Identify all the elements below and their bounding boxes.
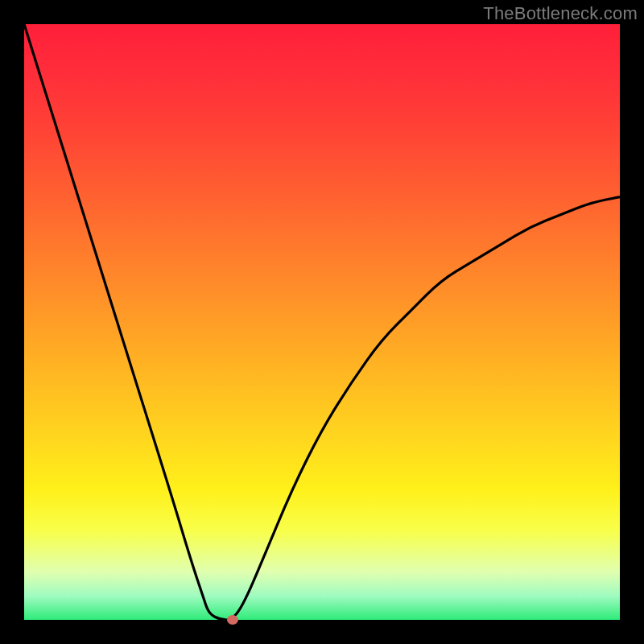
watermark-text: TheBottleneck.com [483,3,638,24]
chart-frame: TheBottleneck.com [0,0,644,644]
curve-line [24,24,620,620]
plot-area [24,24,620,620]
minimum-marker [227,615,238,625]
bottleneck-curve [24,24,620,620]
